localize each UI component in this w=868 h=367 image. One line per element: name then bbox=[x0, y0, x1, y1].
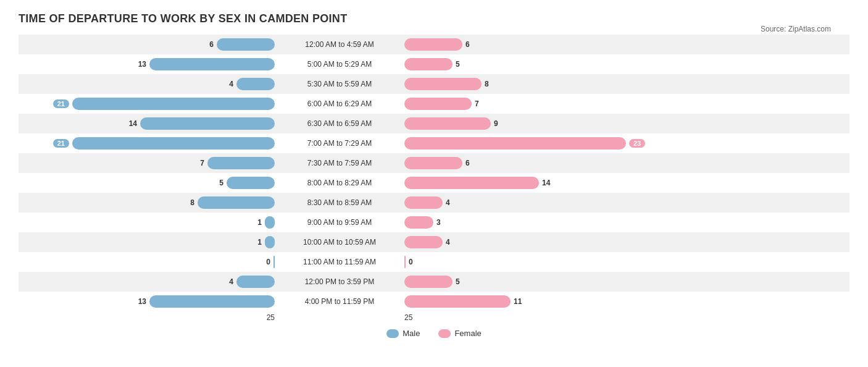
male-value: 0 bbox=[258, 258, 270, 266]
right-section: 8 bbox=[401, 78, 661, 90]
right-section: 3 bbox=[401, 216, 661, 229]
legend-male-label: Male bbox=[403, 329, 420, 338]
chart-row: 6 12:00 AM to 4:59 AM 6 bbox=[19, 35, 849, 54]
right-section: 6 bbox=[401, 157, 661, 169]
male-value: 7 bbox=[192, 159, 204, 167]
male-bar bbox=[149, 58, 275, 70]
female-value: 0 bbox=[409, 258, 421, 266]
time-label: 6:30 AM to 6:59 AM bbox=[278, 119, 401, 128]
legend-female-label: Female bbox=[454, 329, 481, 338]
chart-row: 4 12:00 PM to 3:59 PM 5 bbox=[19, 272, 849, 292]
time-label: 12:00 PM to 3:59 PM bbox=[278, 277, 401, 286]
male-value: 4 bbox=[221, 80, 233, 88]
right-section: 6 bbox=[401, 38, 661, 51]
left-section: 21 bbox=[19, 98, 278, 110]
female-value: 8 bbox=[485, 80, 497, 88]
male-value: 8 bbox=[182, 198, 194, 207]
female-value: 4 bbox=[446, 238, 458, 247]
right-section: 14 bbox=[401, 177, 661, 189]
chart-row: 14 6:30 AM to 6:59 AM 9 bbox=[19, 114, 849, 133]
female-bar bbox=[404, 177, 539, 189]
axis-left-value: 25 bbox=[19, 313, 278, 322]
female-bar bbox=[404, 295, 511, 308]
chart-row: 21 7:00 AM to 7:29 AM 23 bbox=[19, 133, 849, 153]
axis-row: 25 25 bbox=[19, 311, 849, 324]
left-section: 5 bbox=[19, 177, 278, 189]
female-value: 7 bbox=[475, 99, 487, 108]
female-bar bbox=[404, 137, 626, 150]
female-bar bbox=[404, 216, 433, 229]
left-section: 13 bbox=[19, 58, 278, 70]
chart-area: 6 12:00 AM to 4:59 AM 6 13 5:00 AM to 5:… bbox=[19, 35, 849, 311]
left-section: 14 bbox=[19, 117, 278, 130]
female-bar bbox=[404, 58, 453, 70]
male-bar bbox=[265, 236, 275, 248]
time-label: 4:00 PM to 11:59 PM bbox=[278, 297, 401, 306]
female-value: 14 bbox=[542, 179, 554, 187]
male-value: 4 bbox=[221, 277, 233, 286]
axis-right-value: 25 bbox=[401, 313, 661, 322]
left-section: 4 bbox=[19, 276, 278, 288]
female-bar bbox=[404, 117, 491, 130]
female-value: 5 bbox=[456, 277, 468, 286]
male-bar bbox=[273, 256, 275, 268]
time-label: 5:00 AM to 5:29 AM bbox=[278, 60, 401, 69]
chart-row: 1 10:00 AM to 10:59 AM 4 bbox=[19, 232, 849, 252]
right-section: 5 bbox=[401, 276, 661, 288]
male-value: 6 bbox=[201, 40, 214, 49]
time-label: 8:30 AM to 8:59 AM bbox=[278, 198, 401, 207]
male-bar bbox=[149, 295, 275, 308]
legend-male: Male bbox=[386, 329, 420, 338]
male-bar bbox=[140, 117, 275, 130]
time-label: 10:00 AM to 10:59 AM bbox=[278, 238, 401, 247]
male-bar bbox=[72, 98, 275, 110]
female-badge: 23 bbox=[629, 139, 645, 148]
male-bar bbox=[227, 177, 275, 189]
chart-row: 5 8:00 AM to 8:29 AM 14 bbox=[19, 173, 849, 193]
chart-row: 0 11:00 AM to 11:59 AM 0 bbox=[19, 252, 849, 272]
male-badge: 21 bbox=[53, 139, 69, 148]
female-value: 5 bbox=[456, 60, 468, 69]
left-section: 4 bbox=[19, 78, 278, 90]
female-bar bbox=[404, 236, 443, 248]
male-bar bbox=[236, 78, 275, 90]
left-section: 13 bbox=[19, 295, 278, 308]
chart-row: 21 6:00 AM to 6:29 AM 7 bbox=[19, 94, 849, 114]
right-section: 4 bbox=[401, 196, 661, 209]
male-bar bbox=[72, 137, 275, 150]
right-section: 0 bbox=[401, 256, 661, 268]
male-bar bbox=[217, 38, 275, 51]
male-value: 1 bbox=[249, 238, 262, 247]
male-badge: 21 bbox=[53, 99, 69, 108]
time-label: 11:00 AM to 11:59 AM bbox=[278, 258, 401, 266]
right-section: 7 bbox=[401, 98, 661, 110]
female-value: 6 bbox=[465, 159, 478, 167]
female-value: 4 bbox=[446, 198, 458, 207]
left-section: 8 bbox=[19, 196, 278, 209]
female-value: 6 bbox=[465, 40, 478, 49]
time-label: 8:00 AM to 8:29 AM bbox=[278, 179, 401, 187]
chart-row: 13 4:00 PM to 11:59 PM 11 bbox=[19, 292, 849, 311]
left-section: 6 bbox=[19, 38, 278, 51]
female-bar bbox=[404, 256, 406, 268]
chart-header: TIME OF DEPARTURE TO WORK BY SEX IN CAMD… bbox=[19, 12, 849, 32]
female-value: 9 bbox=[494, 119, 506, 128]
time-label: 7:00 AM to 7:29 AM bbox=[278, 139, 401, 148]
male-bar bbox=[207, 157, 275, 169]
right-section: 23 bbox=[401, 137, 661, 150]
time-label: 12:00 AM to 4:59 AM bbox=[278, 40, 401, 49]
left-section: 21 bbox=[19, 137, 278, 150]
left-section: 1 bbox=[19, 216, 278, 229]
right-section: 11 bbox=[401, 295, 661, 308]
male-value: 13 bbox=[134, 60, 146, 69]
female-bar bbox=[404, 78, 482, 90]
chart-row: 1 9:00 AM to 9:59 AM 3 bbox=[19, 213, 849, 232]
time-label: 5:30 AM to 5:59 AM bbox=[278, 80, 401, 88]
male-value: 5 bbox=[211, 179, 223, 187]
female-bar bbox=[404, 98, 472, 110]
legend: Male Female bbox=[19, 329, 849, 338]
female-value: 3 bbox=[436, 218, 449, 227]
male-value: 14 bbox=[125, 119, 137, 128]
chart-row: 7 7:30 AM to 7:59 AM 6 bbox=[19, 153, 849, 173]
male-value: 13 bbox=[134, 297, 146, 306]
